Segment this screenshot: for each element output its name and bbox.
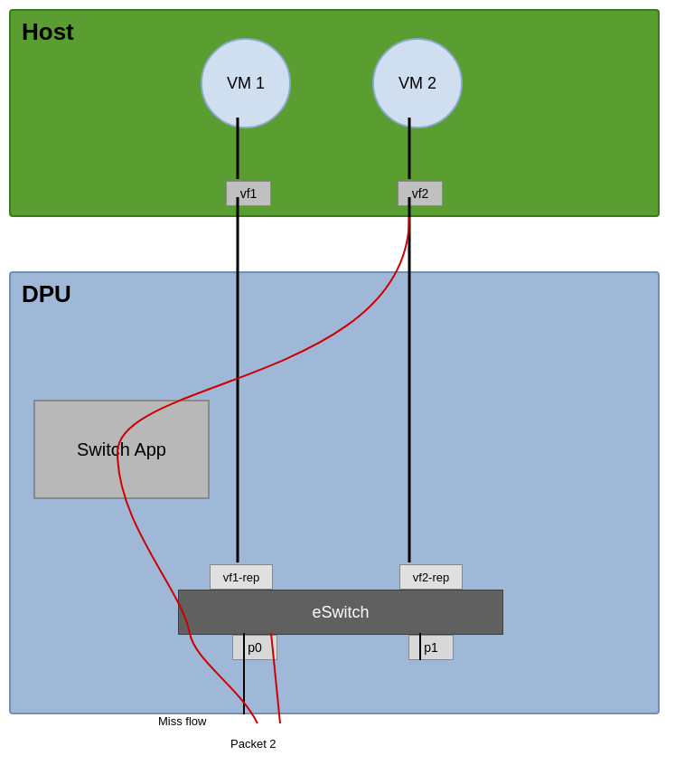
dpu-section: DPU Switch App vf1-rep vf2-rep eSwitch p… bbox=[9, 271, 660, 714]
packet2-label: Packet 2 bbox=[230, 737, 277, 751]
host-label: Host bbox=[22, 18, 74, 46]
switch-app-box: Switch App bbox=[33, 400, 210, 499]
vm1-circle: VM 1 bbox=[201, 38, 291, 128]
vf2rep-box: vf2-rep bbox=[399, 564, 463, 590]
vm2-circle: VM 2 bbox=[372, 38, 463, 128]
esw-bar: eSwitch bbox=[178, 590, 503, 635]
vf1-box: vf1 bbox=[226, 181, 271, 206]
p1-box: p1 bbox=[408, 635, 454, 660]
miss-flow-label: Miss flow bbox=[158, 714, 206, 728]
dpu-label: DPU bbox=[22, 280, 71, 308]
host-section: Host VM 1 VM 2 vf1 vf2 bbox=[9, 9, 660, 217]
vf1rep-box: vf1-rep bbox=[210, 564, 273, 590]
p0-box: p0 bbox=[232, 635, 277, 660]
vf2-box: vf2 bbox=[398, 181, 443, 206]
